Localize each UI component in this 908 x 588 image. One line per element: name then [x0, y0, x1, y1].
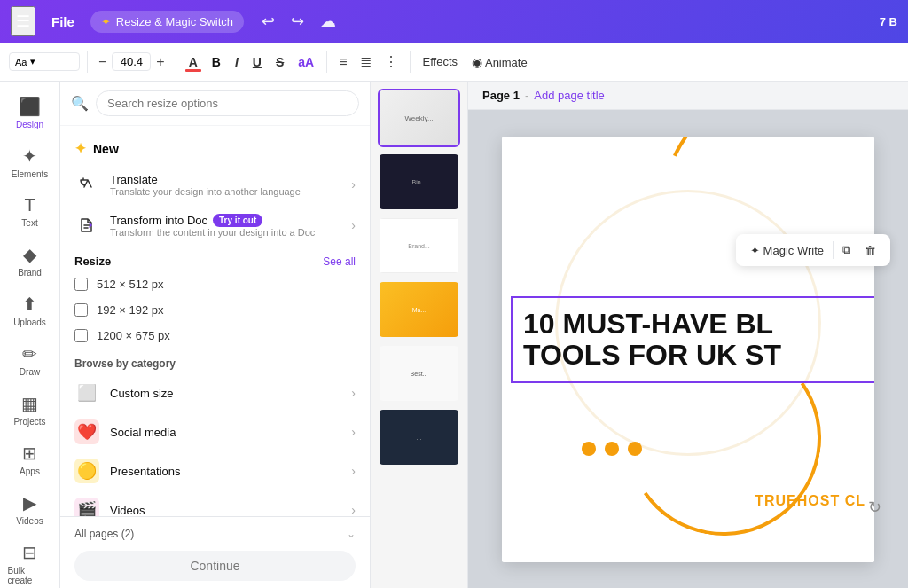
- panel-footer: All pages (2) ⌄ Continue: [60, 516, 370, 588]
- sidebar-item-projects[interactable]: ▦ Projects: [4, 386, 56, 434]
- thumbnail-3[interactable]: Brand...: [378, 216, 460, 275]
- pages-toggle[interactable]: All pages (2) ⌄: [74, 524, 356, 544]
- dot-3: [628, 442, 642, 456]
- aa-case-button[interactable]: aA: [293, 52, 319, 72]
- resize-checkbox-512[interactable]: [74, 278, 88, 291]
- new-button[interactable]: ✦ New: [60, 133, 370, 164]
- sidebar-item-apps[interactable]: ⊞ Apps: [4, 435, 56, 483]
- thumbnail-strip: Weekly... Bin... Brand... Ma... Best...: [371, 82, 468, 588]
- resize-label-1200: 1200 × 675 px: [97, 329, 170, 342]
- list-unordered-button[interactable]: ≣: [356, 51, 376, 73]
- category-videos[interactable]: 🎬 Videos ›: [60, 490, 370, 516]
- translate-icon: [74, 172, 99, 197]
- font-family-select[interactable]: Aa ▾: [9, 52, 80, 71]
- category-presentations-label: Presentations: [110, 465, 340, 478]
- uploads-icon: ⬆: [22, 294, 37, 315]
- sidebar-label-brand: Brand: [18, 268, 42, 278]
- sidebar-label-uploads: Uploads: [13, 318, 46, 327]
- sidebar-item-brand[interactable]: ◆ Brand: [4, 237, 56, 285]
- topbar-actions: ↩ ↪ ☁: [256, 8, 341, 35]
- elements-icon: ✦: [22, 145, 37, 167]
- design-icon: ⬛: [19, 96, 41, 117]
- transform-doc-item[interactable]: Transform into Doc Try it out Transform …: [60, 205, 370, 246]
- resize-option-512[interactable]: 512 × 512 px: [60, 271, 370, 297]
- category-custom-size[interactable]: ⬜ Custom size ›: [60, 373, 370, 412]
- text-color-button[interactable]: A: [184, 52, 203, 72]
- sidebar-item-design[interactable]: ⬛ Design: [4, 89, 56, 137]
- magic-write-button[interactable]: ✦ Magic Write: [745, 240, 829, 261]
- page-title: Page 1: [482, 89, 520, 102]
- sidebar-item-text[interactable]: T Text: [4, 188, 56, 235]
- thumb-img-1: Weekly...: [380, 90, 458, 145]
- thumbnail-1[interactable]: Weekly...: [378, 89, 460, 147]
- resize-checkbox-1200[interactable]: [74, 329, 88, 342]
- brand-icon: ◆: [23, 244, 36, 265]
- topbar-right-info: 7 B: [880, 15, 897, 28]
- transform-title: Transform into Doc: [110, 214, 207, 227]
- sidebar-label-text: Text: [21, 218, 37, 228]
- thumbnail-6[interactable]: ...: [378, 408, 460, 466]
- sidebar-item-bulk-create[interactable]: ⊟ Bulk create: [4, 535, 56, 588]
- sidebar-item-videos[interactable]: ▶ Videos: [4, 485, 56, 533]
- italic-button[interactable]: I: [230, 52, 244, 72]
- sidebar-item-draw[interactable]: ✏ Draw: [4, 336, 56, 384]
- translate-desc: Translate your design into another langu…: [110, 186, 340, 197]
- thumb-img-6: ...: [380, 410, 458, 465]
- translate-item[interactable]: Translate Translate your design into ano…: [60, 164, 370, 205]
- draw-icon: ✏: [22, 343, 37, 365]
- font-size-input[interactable]: [112, 52, 151, 71]
- magic-write-icon: ✦: [750, 244, 760, 257]
- category-social-label: Social media: [110, 426, 340, 439]
- animate-button[interactable]: ◉ Animate: [466, 52, 533, 72]
- fmt-separator-4: [410, 51, 411, 73]
- canvas-text-box[interactable]: 10 MUST-HAVE BL TOOLS FOR UK ST: [511, 296, 874, 383]
- formatting-bar: Aa ▾ − + A B I U S aA ≡ ≣ ⋮ Effects ◉ An…: [0, 43, 908, 82]
- thumb-img-3: Brand...: [380, 218, 458, 273]
- translate-arrow: ›: [351, 177, 356, 192]
- menu-icon[interactable]: ☰: [11, 6, 35, 36]
- font-size-increase[interactable]: +: [153, 52, 168, 72]
- panel-search-bar: 🔍: [60, 82, 370, 126]
- add-page-title-link[interactable]: Add page title: [534, 89, 605, 102]
- see-all-link[interactable]: See all: [323, 255, 356, 268]
- float-toolbar-sep: [833, 241, 834, 259]
- align-left-button[interactable]: ≡: [334, 51, 351, 73]
- strikethrough-button[interactable]: S: [270, 52, 289, 72]
- thumbnail-4[interactable]: Ma...: [378, 280, 460, 339]
- presentations-arrow: ›: [351, 464, 356, 478]
- thumbnail-2[interactable]: Bin...: [378, 153, 460, 211]
- category-social-media[interactable]: ❤️ Social media ›: [60, 412, 370, 451]
- resize-checkbox-192[interactable]: [74, 303, 88, 317]
- sidebar-item-uploads[interactable]: ⬆ Uploads: [4, 286, 56, 334]
- category-presentations[interactable]: 🟡 Presentations ›: [60, 451, 370, 490]
- custom-size-arrow: ›: [351, 386, 356, 400]
- effects-button[interactable]: Effects: [418, 52, 464, 71]
- undo-button[interactable]: ↩: [256, 8, 280, 35]
- pages-chevron: ⌄: [347, 528, 356, 540]
- copy-button[interactable]: ⧉: [837, 239, 856, 261]
- resize-option-192[interactable]: 192 × 192 px: [60, 297, 370, 323]
- continue-button[interactable]: Continue: [74, 551, 356, 581]
- list-ordered-button[interactable]: ⋮: [380, 51, 403, 73]
- font-size-decrease[interactable]: −: [95, 52, 110, 72]
- bold-button[interactable]: B: [207, 52, 226, 72]
- canvas-content: 10 MUST-HAVE BL TOOLS FOR UK ST TRUEHOST…: [468, 110, 908, 588]
- resize-label-512: 512 × 512 px: [97, 278, 164, 291]
- thumbnail-5[interactable]: Best...: [378, 344, 460, 403]
- save-cloud-button[interactable]: ☁: [315, 8, 341, 35]
- text-icon: T: [24, 195, 35, 216]
- resize-option-1200[interactable]: 1200 × 675 px: [60, 323, 370, 349]
- left-sidebar: ⬛ Design ✦ Elements T Text ◆ Brand ⬆ Upl…: [0, 82, 60, 588]
- redo-button[interactable]: ↪: [286, 8, 309, 35]
- transform-icon: [74, 213, 99, 238]
- fmt-separator-3: [326, 51, 327, 73]
- new-star-icon: ✦: [74, 140, 86, 157]
- underline-button[interactable]: U: [247, 52, 267, 72]
- category-custom-label: Custom size: [110, 387, 340, 400]
- dot-2: [605, 442, 619, 456]
- sidebar-item-elements[interactable]: ✦ Elements: [4, 138, 56, 186]
- refresh-icon[interactable]: ↻: [868, 498, 881, 517]
- delete-button[interactable]: 🗑: [859, 240, 881, 261]
- search-input[interactable]: [96, 90, 359, 116]
- resize-magic-switch-button[interactable]: ✦ Resize & Magic Switch: [90, 11, 244, 33]
